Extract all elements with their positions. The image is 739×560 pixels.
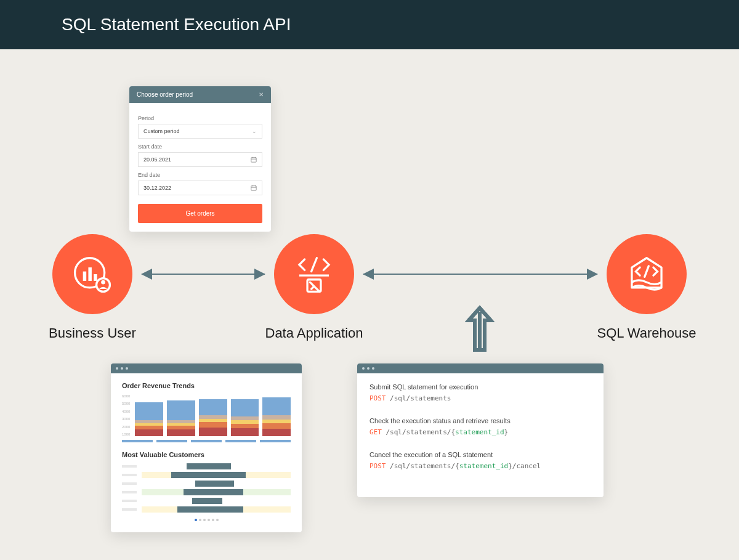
revenue-chart: 600050004000300020001000	[122, 394, 291, 436]
end-date-input[interactable]: 30.12.2022	[138, 181, 262, 195]
chart-bar	[135, 399, 163, 436]
modal-header: Choose order period ✕	[129, 86, 271, 103]
svg-rect-2	[88, 267, 91, 281]
window-bar	[357, 363, 604, 373]
page-dot[interactable]	[216, 519, 219, 521]
chart-title: Order Revenue Trends	[122, 382, 291, 389]
window-dot	[126, 367, 128, 370]
get-orders-button[interactable]: Get orders	[138, 204, 262, 223]
mvc-row	[122, 506, 291, 513]
window-dot	[116, 367, 118, 370]
code-app-icon	[293, 253, 336, 296]
api-desc: Cancel the execution of a SQL statement	[370, 451, 591, 458]
dashboard-window: Order Revenue Trends 6000500040003000200…	[111, 363, 302, 532]
calendar-icon	[251, 185, 257, 191]
page-title: SQL Statement Execution API	[62, 15, 291, 34]
calendar-icon	[251, 156, 257, 163]
chart-bar	[167, 397, 195, 436]
chart-legend	[122, 440, 291, 442]
window-dot	[372, 367, 374, 370]
warehouse-label: SQL Warehouse	[585, 325, 708, 341]
api-desc: Check the execution status and retrieve …	[370, 417, 591, 424]
close-icon[interactable]: ✕	[259, 91, 264, 98]
end-date-label: End date	[138, 172, 262, 178]
svg-rect-14	[251, 186, 256, 191]
api-endpoint-group: Check the execution status and retrieve …	[370, 417, 591, 442]
api-endpoint-group: Cancel the execution of a SQL statementP…	[370, 451, 591, 476]
chart-bar	[231, 397, 259, 436]
pager[interactable]	[122, 519, 291, 521]
api-desc: Submit SQL statement for execution	[370, 383, 591, 391]
arrow-up-api	[465, 303, 495, 355]
page-dot[interactable]	[203, 519, 206, 521]
svg-line-9	[645, 266, 649, 277]
chart-bar	[199, 397, 227, 436]
warehouse-icon	[625, 253, 668, 296]
api-endpoint-group: Submit SQL statement for executionPOST /…	[370, 383, 591, 408]
page-dot[interactable]	[208, 519, 210, 521]
chevron-down-icon: ⌄	[252, 128, 257, 134]
svg-rect-10	[251, 158, 256, 162]
mvc-row	[122, 463, 291, 469]
period-label: Period	[138, 115, 262, 121]
mvc-row	[122, 481, 291, 487]
start-date-input[interactable]: 20.05.2021	[138, 152, 262, 167]
api-endpoint: GET /sql/statements/{statement_id}	[370, 428, 591, 442]
window-dot	[362, 367, 365, 370]
svg-rect-1	[83, 272, 86, 281]
svg-point-5	[101, 280, 105, 285]
page-header: SQL Statement Execution API	[0, 0, 739, 49]
page-dot[interactable]	[199, 519, 201, 521]
order-period-modal: Choose order period ✕ Period Custom peri…	[129, 86, 271, 232]
page-dot[interactable]	[195, 519, 197, 521]
modal-title: Choose order period	[137, 91, 193, 98]
mvc-row	[122, 498, 291, 504]
data-app-label: Data Application	[252, 325, 376, 341]
mvc-title: Most Valuable Customers	[122, 451, 291, 458]
window-dot	[121, 367, 123, 370]
warehouse-node	[607, 234, 687, 314]
data-app-node	[274, 234, 354, 314]
chart-bar	[262, 396, 291, 436]
start-date-label: Start date	[138, 144, 262, 150]
api-window: Submit SQL statement for executionPOST /…	[357, 363, 604, 497]
window-bar	[111, 363, 302, 373]
mvc-row	[122, 489, 291, 495]
window-dot	[367, 367, 370, 370]
arrow-app-warehouse	[363, 274, 597, 275]
analytics-user-icon	[71, 253, 114, 296]
page-dot[interactable]	[212, 519, 214, 521]
arrow-user-app	[142, 274, 265, 275]
svg-line-6	[312, 258, 317, 272]
business-user-label: Business User	[31, 325, 154, 341]
api-endpoint: POST /sql/statements/{statement_id}/canc…	[370, 462, 591, 476]
svg-rect-3	[94, 274, 97, 281]
api-endpoint: POST /sql/statements	[370, 394, 591, 408]
diagram-canvas: Business User Data Application SQL Wareh…	[0, 49, 739, 554]
business-user-node	[52, 234, 132, 314]
mvc-row	[122, 472, 291, 478]
period-select[interactable]: Custom period ⌄	[138, 124, 262, 139]
